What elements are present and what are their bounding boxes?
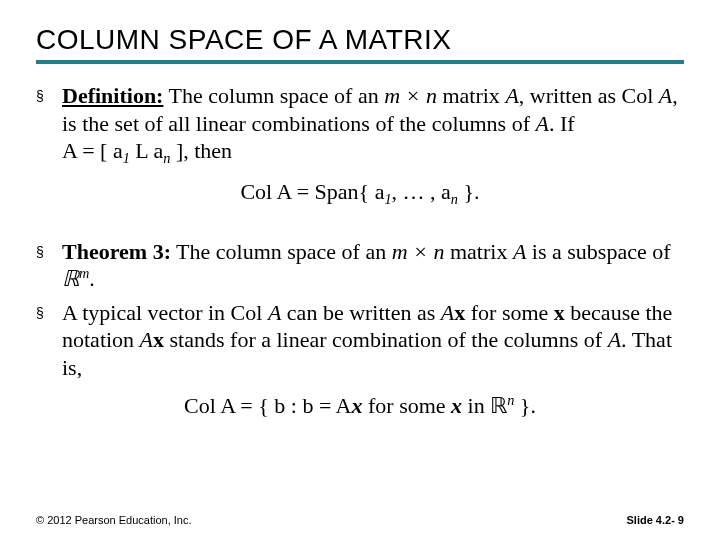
theorem-label: Theorem 3: (62, 239, 171, 264)
t: is a subspace of (526, 239, 670, 264)
bullet-text: A typical vector in Col A can be written… (62, 299, 684, 382)
t: . (89, 266, 95, 291)
bullet-marker: § (36, 82, 62, 168)
bullet-typical-vector: § A typical vector in Col A can be writt… (36, 299, 684, 382)
slide-number: Slide 4.2- 9 (627, 514, 684, 526)
t: }. (514, 393, 536, 418)
equation-span: Col A = Span{ a1, … , an }. (36, 178, 684, 209)
mxn: m × n (384, 83, 437, 108)
bullet-text: Theorem 3: The column space of an m × n … (62, 238, 684, 293)
A: A (441, 300, 454, 325)
t: for some (362, 393, 451, 418)
t: m (79, 265, 89, 281)
title-underline (36, 60, 684, 64)
bullet-list: § Definition: The column space of an m ×… (36, 82, 684, 419)
t: stands for a linear combination of the c… (164, 327, 608, 352)
t: n (451, 192, 458, 208)
t: in ℝ (462, 393, 507, 418)
bullet-marker: § (36, 238, 62, 293)
x: x (351, 393, 362, 418)
definition-label: Definition: (62, 83, 163, 108)
footer: © 2012 Pearson Education, Inc. Slide 4.2… (36, 514, 684, 526)
x: x (153, 327, 164, 352)
slide: COLUMN SPACE OF A MATRIX § Definition: T… (0, 0, 720, 540)
matrix-eq: A = [ a1 L an ] (62, 138, 183, 163)
t: 1 (123, 150, 130, 166)
t: ] (170, 138, 183, 163)
mxn: m × n (392, 239, 445, 264)
A: A (659, 83, 672, 108)
t: matrix (444, 239, 512, 264)
copyright: © 2012 Pearson Education, Inc. (36, 514, 191, 526)
bullet-theorem: § Theorem 3: The column space of an m × … (36, 238, 684, 293)
A: A (140, 327, 153, 352)
t: . If (549, 111, 575, 136)
A: A (268, 300, 281, 325)
t: The column space of an (171, 239, 392, 264)
t: ℝ (62, 266, 79, 291)
Rm: ℝm (62, 266, 89, 291)
t: The column space of an (163, 83, 384, 108)
t: matrix (437, 83, 505, 108)
t: , then (183, 138, 232, 163)
x: x (451, 393, 462, 418)
x: x (554, 300, 565, 325)
t: , written as Col (519, 83, 659, 108)
A: A (513, 239, 526, 264)
t: }. (458, 179, 480, 204)
x: x (454, 300, 465, 325)
t: A = [ a (62, 138, 123, 163)
bullet-text: Definition: The column space of an m × n… (62, 82, 684, 168)
A: A (608, 327, 621, 352)
bullet-marker: § (36, 299, 62, 382)
equation-colA: Col A = { b : b = Ax for some x in ℝn }. (36, 391, 684, 419)
t: A typical vector in Col (62, 300, 268, 325)
t: 1 (384, 192, 391, 208)
t: , … , a (392, 179, 451, 204)
t: Col A = Span{ a (240, 179, 384, 204)
A: A (505, 83, 518, 108)
t: can be written as (281, 300, 440, 325)
page-title: COLUMN SPACE OF A MATRIX (36, 24, 684, 56)
bullet-definition: § Definition: The column space of an m ×… (36, 82, 684, 168)
t: for some (465, 300, 554, 325)
t: Col A = { b : b = A (184, 393, 351, 418)
A: A (536, 111, 549, 136)
t: L a (130, 138, 163, 163)
